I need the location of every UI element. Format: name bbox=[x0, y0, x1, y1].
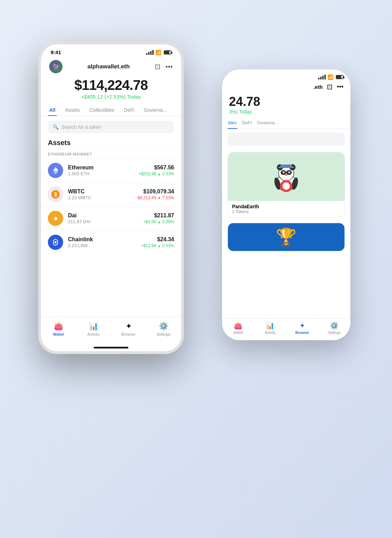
eth-arrow-up bbox=[157, 171, 161, 176]
eth-name: Ethereum bbox=[68, 165, 139, 171]
back-activity-icon: 📊 bbox=[266, 321, 274, 330]
back-tab-governance[interactable]: Governa... bbox=[256, 117, 279, 129]
token-item-dai[interactable]: ◈ Dai 211.87 DAI $211.87 +$1.00 0.00% bbox=[41, 206, 181, 230]
search-container: 🔍 Search for a token bbox=[41, 116, 181, 136]
bottom-nav: 👛 Wallet 📊 Activity ✦ Browser ⚙️ Setting… bbox=[41, 317, 181, 345]
tab-defi[interactable]: DeFi bbox=[123, 104, 136, 116]
wallet-nav-label: Wallet bbox=[53, 332, 64, 336]
wbtc-change-pct: 7.53% bbox=[162, 195, 174, 200]
link-change-pct: 2.53% bbox=[162, 243, 174, 248]
svg-point-9 bbox=[289, 171, 290, 173]
svg-rect-12 bbox=[278, 167, 294, 168]
back-settings-icon: ⚙️ bbox=[330, 321, 339, 330]
link-name: Chainlink bbox=[68, 236, 141, 243]
wbtc-value: $109,079.34 bbox=[136, 188, 174, 195]
back-wallet-icon: 👛 bbox=[234, 321, 242, 330]
panda-nft-image bbox=[228, 152, 344, 201]
tab-collectibles[interactable]: Collectibles bbox=[88, 104, 116, 116]
status-icons: 📶 bbox=[146, 50, 171, 55]
nav-wallet[interactable]: 👛 Wallet bbox=[41, 320, 76, 338]
back-nav-settings[interactable]: ⚙️ Settings bbox=[318, 321, 351, 335]
back-activity-label: Activity bbox=[265, 331, 276, 335]
svg-text:◈: ◈ bbox=[53, 216, 58, 221]
assets-section: Assets bbox=[41, 136, 181, 150]
token-item-wbtc[interactable]: ₿ WBTC 2.23 WBTC $109,079.34 -$8,213.45 … bbox=[41, 182, 181, 206]
dai-value: $211.87 bbox=[143, 212, 174, 219]
tab-all[interactable]: All bbox=[48, 104, 57, 116]
token-item-link[interactable]: Chainlink 2.23 LINK $24.34 +$12.98 2.53% bbox=[41, 230, 181, 254]
svg-point-8 bbox=[284, 171, 285, 173]
token-list: Ethereum 1.503 ETH $567.56 +$232.98 2.53… bbox=[41, 158, 181, 317]
wbtc-logo: ₿ bbox=[50, 189, 61, 200]
link-info: Chainlink 2.23 LINK bbox=[68, 236, 141, 248]
nav-activity[interactable]: 📊 Activity bbox=[76, 320, 111, 338]
link-amount: 2.23 LINK bbox=[68, 243, 141, 248]
back-bottom-nav: 👛 Wallet 📊 Activity ✦ Browser ⚙️ Setting… bbox=[222, 318, 350, 340]
back-phone: 📶 .eth ⊡ ••• 24.78 3%) Today bles DeFi G… bbox=[222, 69, 350, 340]
back-wallet-name: .eth bbox=[313, 84, 323, 90]
back-signal-icon bbox=[318, 75, 326, 79]
network-label: ETHEREUM MAINNET bbox=[41, 150, 181, 158]
settings-nav-icon: ⚙️ bbox=[159, 322, 168, 331]
panda-nft-name: PandaEarth bbox=[232, 204, 340, 209]
nav-settings[interactable]: ⚙️ Settings bbox=[146, 320, 181, 338]
back-balance-amount: 24.78 bbox=[229, 94, 343, 109]
back-browser-label: Browser bbox=[295, 331, 309, 335]
back-tab-collectibles[interactable]: bles bbox=[228, 117, 237, 129]
balance-section: $114,224.78 +$405.12 (+2.53%) Today bbox=[41, 75, 181, 104]
back-balance-change: 3%) Today bbox=[229, 109, 343, 115]
link-arrow-up bbox=[157, 243, 161, 248]
activity-nav-icon: 📊 bbox=[89, 322, 98, 331]
back-nav-activity[interactable]: 📊 Activity bbox=[254, 321, 287, 335]
svg-marker-19 bbox=[53, 167, 56, 172]
back-status-bar: 📶 bbox=[222, 69, 350, 81]
home-indicator bbox=[94, 347, 128, 348]
wallet-nav-icon: 👛 bbox=[54, 322, 63, 331]
back-tabs: bles DeFi Governa... bbox=[222, 117, 350, 129]
eth-change: +$232.98 2.53% bbox=[139, 171, 174, 176]
qr-button[interactable]: ⊡ bbox=[155, 62, 161, 71]
token-item-eth[interactable]: Ethereum 1.503 ETH $567.56 +$232.98 2.53… bbox=[41, 158, 181, 182]
nft-card-trophy[interactable]: 🏆 bbox=[228, 223, 345, 251]
nft-card-panda[interactable]: PandaEarth 2 Tokens bbox=[228, 152, 345, 217]
dai-info: Dai 211.87 DAI bbox=[68, 212, 143, 224]
wallet-name: alphawallet.eth bbox=[87, 63, 130, 70]
dai-change: +$1.00 0.00% bbox=[143, 219, 174, 224]
back-more-icon[interactable]: ••• bbox=[337, 83, 343, 91]
link-change: +$12.98 2.53% bbox=[141, 243, 174, 248]
link-value: $24.34 bbox=[141, 236, 174, 243]
back-tab-defi[interactable]: DeFi bbox=[241, 117, 252, 129]
eth-info: Ethereum 1.503 ETH bbox=[68, 165, 139, 176]
back-battery-icon bbox=[336, 75, 343, 79]
back-browser-icon: ✦ bbox=[299, 321, 305, 330]
back-balance-section: 24.78 3%) Today bbox=[222, 92, 350, 117]
ethereum-logo bbox=[51, 166, 60, 175]
avatar[interactable]: 🔮 bbox=[49, 60, 62, 73]
back-nav-browser[interactable]: ✦ Browser bbox=[286, 321, 318, 335]
back-nav-wallet[interactable]: 👛 Wallet bbox=[222, 321, 254, 335]
back-qr-icon[interactable]: ⊡ bbox=[327, 83, 333, 91]
tab-assets[interactable]: Assets bbox=[64, 104, 81, 116]
assets-title: Assets bbox=[48, 139, 174, 147]
chainlink-logo bbox=[51, 238, 60, 247]
browser-nav-icon: ✦ bbox=[126, 322, 132, 331]
panda-nft-tokens: 2 Tokens bbox=[232, 209, 340, 214]
status-time: 9:41 bbox=[51, 49, 61, 55]
search-icon: 🔍 bbox=[53, 124, 59, 130]
dai-change-amount: +$1.00 bbox=[143, 219, 156, 224]
tab-governance[interactable]: Governa... bbox=[143, 104, 168, 116]
wifi-icon: 📶 bbox=[155, 50, 161, 55]
wbtc-amount: 2.23 WBTC bbox=[68, 195, 136, 200]
status-bar: 9:41 📶 bbox=[41, 44, 181, 57]
back-search-box[interactable] bbox=[228, 133, 345, 146]
nav-browser[interactable]: ✦ Browser bbox=[111, 320, 146, 338]
eth-value: $567.56 bbox=[139, 165, 174, 171]
more-button[interactable]: ••• bbox=[165, 63, 173, 71]
eth-change-pct: 2.53% bbox=[162, 171, 174, 176]
search-box[interactable]: 🔍 Search for a token bbox=[48, 121, 174, 133]
signal-icon bbox=[146, 50, 154, 55]
link-icon bbox=[48, 235, 63, 250]
eth-change-amount: +$232.98 bbox=[139, 171, 156, 176]
back-header: .eth ⊡ ••• bbox=[222, 81, 350, 92]
dai-logo: ◈ bbox=[51, 214, 60, 223]
